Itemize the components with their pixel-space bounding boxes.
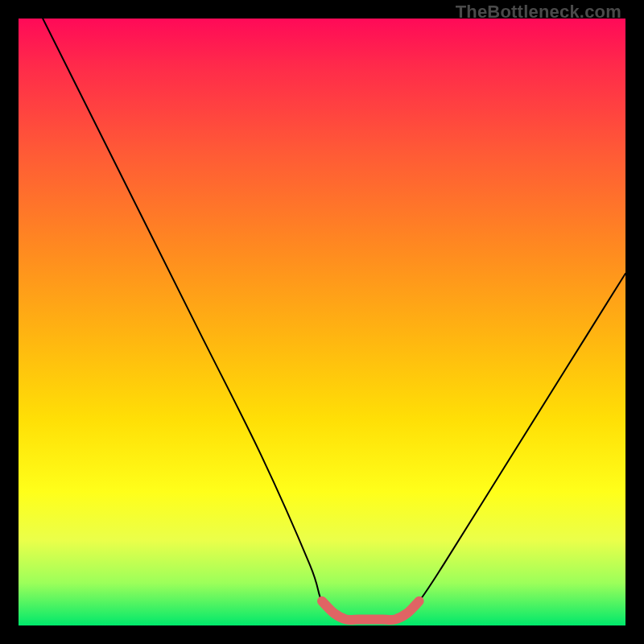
plot-area [19,19,625,625]
sweet-spot-band [322,601,419,620]
bottleneck-curve [43,19,625,621]
chart-stage: TheBottleneck.com [0,0,644,644]
curve-layer [19,19,625,625]
